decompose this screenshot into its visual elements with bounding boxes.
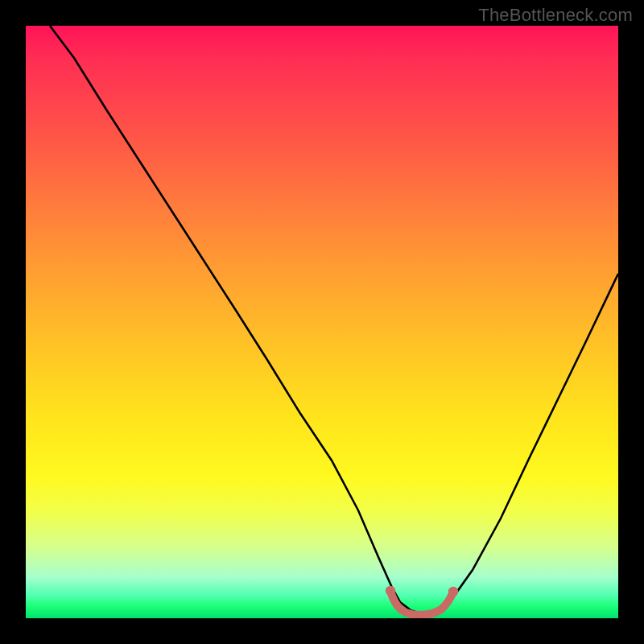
bottleneck-curve (50, 26, 618, 613)
optimal-zone-marker (390, 591, 453, 615)
watermark-text: TheBottleneck.com (478, 5, 633, 26)
chart-frame: TheBottleneck.com (0, 0, 644, 644)
optimal-zone-dot-left (386, 586, 395, 596)
plot-area (26, 26, 618, 618)
curve-layer-svg (26, 26, 618, 618)
optimal-zone-dot-right (448, 587, 458, 597)
